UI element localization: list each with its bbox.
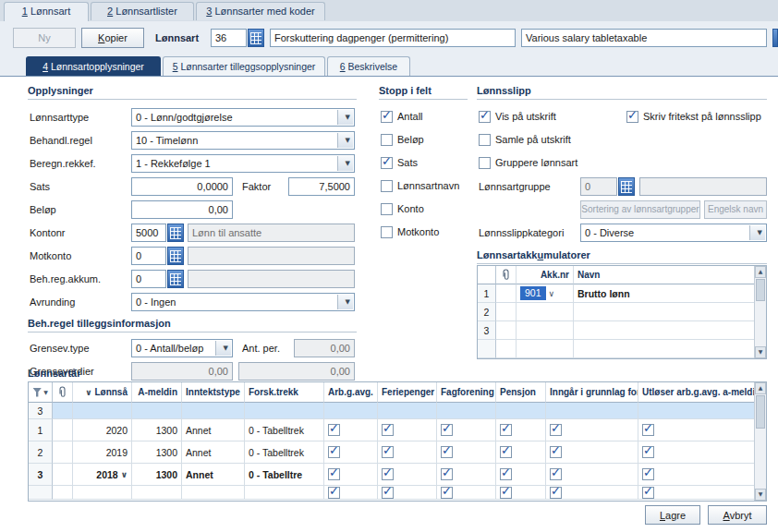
scroll-up-icon[interactable]: ▲: [755, 382, 766, 394]
inngaar-checkbox[interactable]: [550, 487, 562, 499]
faktor-input[interactable]: 7,5000: [288, 177, 355, 196]
inngaar-checkbox[interactable]: [550, 424, 562, 436]
col-fagforening[interactable]: Fagforening: [437, 382, 496, 403]
col-utloser-amelding[interactable]: Utløser arb.g.avg. a-melding: [638, 382, 755, 403]
copy-button[interactable]: Kopier: [81, 28, 144, 48]
avrunding-select[interactable]: 0 - Ingen: [131, 293, 355, 311]
lonnsartaar-table-scrollbar[interactable]: ▲ ▼: [754, 382, 766, 501]
akk-row-2[interactable]: 2: [478, 303, 766, 321]
pensjon-checkbox[interactable]: [500, 446, 512, 458]
cancel-button[interactable]: Avbryt: [708, 505, 767, 525]
filter-icon[interactable]: ▼: [29, 382, 53, 403]
inngaar-checkbox[interactable]: [550, 468, 562, 480]
combo-arrow-icon[interactable]: ∨: [121, 470, 128, 479]
sats-input[interactable]: 0,0000: [131, 177, 233, 196]
checkbox-antall[interactable]: Antall: [381, 110, 423, 123]
tab-tilleggsopplysninger[interactable]: 5 Lønnsarter tilleggsopplysninger: [163, 56, 325, 76]
akk-row-3[interactable]: 3: [478, 321, 766, 340]
fagforening-checkbox[interactable]: [441, 424, 453, 436]
lonnsartaar-partial-row[interactable]: [29, 486, 766, 500]
feriepenger-checkbox[interactable]: [382, 487, 394, 499]
scroll-down-icon[interactable]: ▼: [755, 489, 766, 501]
pensjon-checkbox[interactable]: [500, 487, 512, 499]
save-button[interactable]: Lagre: [645, 505, 700, 525]
checkbox-samle-pa-utskrift[interactable]: Samle på utskrift: [479, 133, 571, 146]
checkbox-sats[interactable]: Sats: [381, 156, 418, 169]
belop-input[interactable]: 0,00: [131, 200, 233, 219]
checkbox-motkonto[interactable]: Motkonto: [381, 225, 439, 238]
checkbox-gruppere-lonnsart[interactable]: Gruppere lønnsart: [479, 156, 577, 169]
col-feriepenger[interactable]: Feriepenger: [378, 382, 437, 403]
tab-lonnsartlister[interactable]: 2 Lønnsartlister: [91, 2, 194, 20]
col-pensjon[interactable]: Pensjon: [496, 382, 546, 403]
english-name-input[interactable]: Various salary tabletaxable: [521, 29, 767, 47]
feriepenger-checkbox[interactable]: [382, 468, 394, 480]
akk-table-scrollbar[interactable]: ▲ ▼: [754, 266, 766, 358]
lonnsartgruppe-lookup-button[interactable]: [618, 177, 635, 196]
tab-lonnsarter-med-koder[interactable]: 3 Lønnsarter med koder: [196, 2, 325, 20]
lonnsart-name-input[interactable]: Forskuttering dagpenger (permittering): [270, 29, 516, 47]
paperclip-icon[interactable]: [496, 266, 517, 284]
checkbox-vis-pa-utskrift[interactable]: Vis på utskrift: [479, 110, 556, 123]
lonnsartaar-row-2018-current[interactable]: 3 2018∨ 1300 Annet 0 - Tabelltre: [29, 464, 766, 486]
scroll-down-icon[interactable]: ▼: [755, 346, 766, 358]
paperclip-icon[interactable]: [53, 382, 73, 403]
checkbox-lonnsartnavn[interactable]: Lønnsartnavn: [381, 179, 459, 192]
arbgavg-checkbox[interactable]: [328, 487, 340, 499]
utloser-checkbox[interactable]: [642, 487, 654, 499]
behandlregel-select[interactable]: 10 - Timelønn: [131, 131, 355, 150]
kontonr-input[interactable]: 5000: [131, 224, 166, 242]
checkbox-konto[interactable]: Konto: [381, 202, 424, 215]
utloser-checkbox[interactable]: [642, 446, 654, 458]
tab-beskrivelse[interactable]: 6 Beskrivelse: [327, 56, 410, 76]
fagforening-checkbox[interactable]: [441, 446, 453, 458]
col-lonnsaar[interactable]: ∨Lønnså: [73, 382, 132, 403]
col-inngaar-i-grunnlag[interactable]: Inngår i grunnlag for: [546, 382, 638, 403]
arbgavg-checkbox[interactable]: [328, 468, 340, 480]
akk-col-navn[interactable]: Navn: [574, 266, 756, 284]
new-button[interactable]: Ny: [13, 28, 76, 48]
akk-col-akknr[interactable]: Akk.nr: [517, 266, 574, 284]
arbgavg-checkbox[interactable]: [328, 424, 340, 436]
lonnsartaar-row-2020[interactable]: 1 2020 1300 Annet 0 - Tabelltrek: [29, 419, 766, 441]
beregnrekkef-select[interactable]: 1 - Rekkefølge 1: [131, 154, 355, 173]
checkbox-belop[interactable]: Beløp: [381, 133, 424, 146]
lonnsart-lookup-button[interactable]: [248, 29, 264, 47]
tab-lonnsartopplysninger[interactable]: 4 Lønnsartopplysninger: [26, 56, 161, 76]
akk-row-1-akknr-cell[interactable]: 901∨: [517, 284, 574, 303]
utloser-checkbox[interactable]: [642, 424, 654, 436]
sortering-button[interactable]: Sortering av lønnsartgrupper: [580, 200, 700, 219]
engelsk-navn-button[interactable]: Engelsk navn: [704, 200, 767, 219]
col-arbgavg[interactable]: Arb.g.avg.: [324, 382, 378, 403]
scroll-up-icon[interactable]: ▲: [755, 266, 766, 278]
pensjon-checkbox[interactable]: [500, 424, 512, 436]
scroll-thumb[interactable]: [756, 395, 765, 429]
col-amelding[interactable]: A-meldin: [132, 382, 182, 403]
feriepenger-checkbox[interactable]: [382, 446, 394, 458]
lonnsarttype-select[interactable]: 0 - Lønn/godtgjørelse: [131, 108, 355, 127]
pensjon-checkbox[interactable]: [500, 468, 512, 480]
kontonr-lookup-button[interactable]: [167, 224, 184, 242]
feriepenger-checkbox[interactable]: [382, 424, 394, 436]
fagforening-checkbox[interactable]: [441, 487, 453, 499]
inngaar-checkbox[interactable]: [550, 446, 562, 458]
arbgavg-checkbox[interactable]: [328, 446, 340, 458]
combo-arrow-icon[interactable]: ∨: [549, 289, 555, 298]
lonnsartaar-filter-row[interactable]: 3: [29, 403, 766, 419]
motkonto-input[interactable]: 0: [131, 247, 166, 265]
akk-row-1-number[interactable]: 1: [478, 284, 496, 303]
lonnsartaar-row-2019[interactable]: 2 2019 1300 Annet 0 - Tabelltrek: [29, 441, 766, 464]
akk-row-1[interactable]: 1 901∨ Brutto lønn: [478, 284, 766, 303]
scroll-thumb[interactable]: [756, 279, 765, 301]
utloser-checkbox[interactable]: [642, 468, 654, 480]
motkonto-lookup-button[interactable]: [167, 247, 184, 265]
checkbox-skriv-fritekst[interactable]: Skriv fritekst på lønnsslipp: [626, 110, 761, 123]
lonnsart-number-input[interactable]: 36: [211, 29, 247, 47]
behregakkum-input[interactable]: 0: [131, 270, 166, 288]
col-inntektstype[interactable]: Inntektstype: [182, 382, 245, 403]
grensevtype-select[interactable]: 0 - Antall/beløp: [131, 339, 233, 357]
behregakkum-lookup-button[interactable]: [167, 270, 184, 288]
akk-row-4[interactable]: [478, 340, 766, 358]
lonnsslippkategori-select[interactable]: 0 - Diverse: [580, 224, 767, 242]
fagforening-checkbox[interactable]: [441, 468, 453, 480]
